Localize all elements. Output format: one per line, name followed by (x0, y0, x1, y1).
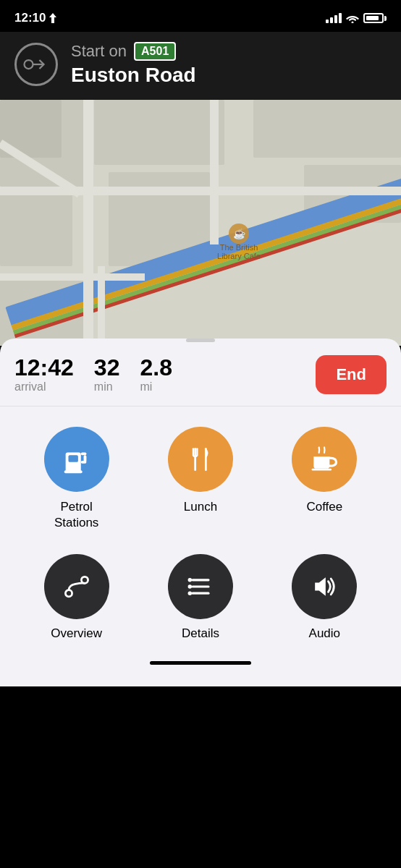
svg-rect-19 (0, 187, 401, 195)
svg-text:☕: ☕ (233, 228, 246, 240)
svg-rect-31 (80, 461, 86, 464)
end-button[interactable]: End (316, 355, 387, 394)
coffee-label: Coffee (306, 499, 342, 515)
lunch-icon (185, 443, 216, 475)
svg-text:Library Cafe: Library Cafe (217, 252, 261, 260)
arrival-label: arrival (14, 380, 74, 393)
continue-arrow-icon (23, 56, 49, 73)
svg-rect-18 (210, 100, 219, 244)
svg-marker-0 (49, 13, 56, 23)
nav-start-label: Start on (71, 42, 127, 61)
distance-stat: 2.8 mi (140, 356, 172, 393)
distance-value: 2.8 (140, 356, 172, 379)
duration-label: min (94, 380, 120, 393)
audio-icon-circle (292, 554, 357, 619)
svg-point-1 (352, 22, 354, 24)
map-area[interactable]: ☕ The British Library Cafe (0, 100, 401, 346)
svg-point-2 (25, 60, 33, 69)
home-indicator (150, 661, 251, 665)
distance-label: mi (140, 380, 172, 393)
coffee-icon (308, 443, 340, 475)
svg-text:The British: The British (220, 243, 258, 252)
location-icon (48, 13, 57, 23)
poi-row: PetrolStations Lunch (0, 407, 401, 538)
overview-icon (61, 571, 93, 603)
svg-point-44 (188, 584, 193, 589)
audio-label: Audio (309, 626, 340, 641)
overview-label: Overview (51, 626, 102, 641)
status-time: 12:10 (14, 11, 57, 25)
time-display: 12:10 (14, 11, 46, 25)
arrival-time: 12:42 (14, 356, 74, 379)
petrol-label: PetrolStations (54, 499, 98, 531)
svg-rect-28 (68, 455, 77, 462)
duration-value: 32 (94, 356, 120, 379)
map-svg: ☕ The British Library Cafe (0, 100, 401, 346)
road-badge: A501 (134, 42, 176, 61)
poi-petrol[interactable]: PetrolStations (26, 427, 127, 531)
svg-rect-7 (94, 100, 224, 165)
details-icon-circle (168, 554, 233, 619)
nav-direction-icon (14, 43, 58, 86)
status-bar: 12:10 (0, 0, 401, 32)
battery-icon (363, 13, 387, 23)
action-details[interactable]: Details (150, 554, 251, 641)
svg-rect-21 (98, 266, 105, 346)
trip-info: 12:42 arrival 32 min 2.8 mi End (0, 342, 401, 407)
petrol-icon (60, 443, 93, 476)
poi-coffee[interactable]: Coffee (274, 427, 375, 531)
action-row: Overview Details (0, 538, 401, 648)
details-icon (185, 571, 216, 603)
nav-header: Start on A501 Euston Road (0, 32, 401, 100)
nav-road-name: Euston Road (71, 64, 196, 87)
action-audio[interactable]: Audio (274, 554, 375, 641)
details-label: Details (182, 626, 219, 641)
arrival-stat: 12:42 arrival (14, 356, 74, 393)
lunch-label: Lunch (184, 499, 217, 515)
lunch-icon-circle (168, 427, 233, 492)
svg-rect-11 (253, 100, 401, 158)
svg-marker-46 (315, 577, 326, 596)
duration-stat: 32 min (94, 356, 120, 393)
svg-point-43 (188, 578, 193, 582)
svg-rect-29 (80, 452, 86, 455)
svg-rect-20 (0, 273, 145, 281)
svg-point-45 (188, 592, 193, 596)
svg-rect-8 (0, 194, 72, 266)
svg-rect-32 (64, 470, 82, 473)
petrol-icon-circle (44, 427, 109, 492)
coffee-icon-circle (292, 427, 357, 492)
action-overview[interactable]: Overview (26, 554, 127, 641)
svg-rect-37 (312, 469, 332, 471)
bottom-sheet: 12:42 arrival 32 min 2.8 mi End (0, 339, 401, 686)
audio-icon (308, 571, 340, 603)
poi-lunch[interactable]: Lunch (150, 427, 251, 531)
svg-rect-17 (83, 100, 93, 346)
nav-instruction: Start on A501 Euston Road (71, 42, 196, 87)
wifi-icon (346, 13, 359, 23)
status-icons (326, 13, 387, 23)
signal-icon (326, 13, 342, 23)
overview-icon-circle (44, 554, 109, 619)
